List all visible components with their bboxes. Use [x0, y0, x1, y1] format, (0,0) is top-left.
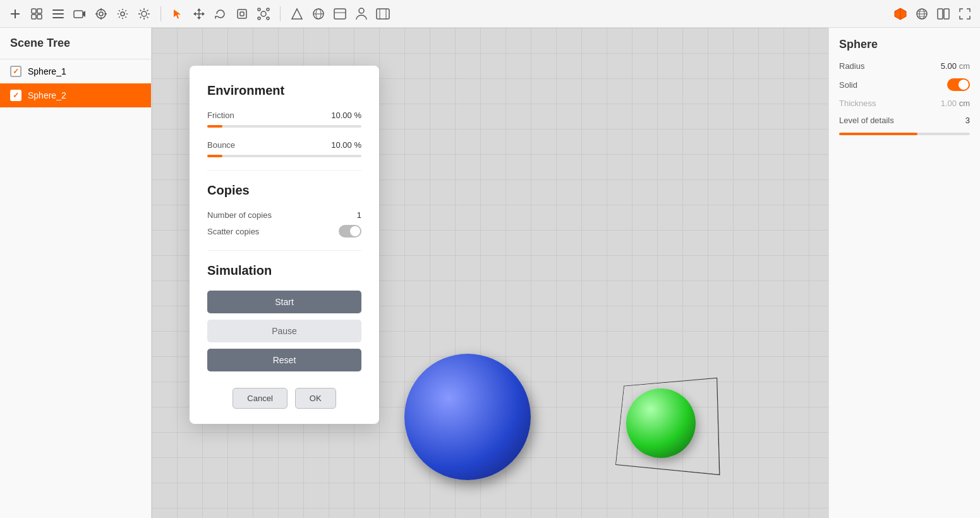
svg-point-39	[267, 17, 269, 20]
bounce-slider-track[interactable]	[207, 155, 361, 157]
separator-1	[207, 170, 361, 171]
green-sphere	[626, 388, 696, 458]
add-icon[interactable]	[6, 5, 24, 23]
bounce-slider-fill	[207, 155, 222, 157]
scene-tree-title: Scene Tree	[0, 28, 151, 59]
friction-value: 10.00 %	[331, 111, 361, 120]
green-sphere-container[interactable]	[614, 379, 715, 467]
move-tool-icon[interactable]	[190, 5, 208, 23]
svg-point-37	[267, 8, 269, 11]
copies-title: Copies	[207, 183, 361, 198]
svg-point-36	[258, 8, 260, 11]
sphere-view-icon[interactable]	[310, 5, 327, 23]
svg-rect-34	[240, 12, 244, 16]
svg-rect-44	[334, 9, 346, 19]
camera-icon[interactable]	[71, 5, 88, 23]
menu-icon[interactable]	[49, 5, 67, 23]
material-icon[interactable]	[331, 5, 349, 23]
svg-rect-1	[11, 13, 20, 15]
scene-item-sphere2[interactable]: Sphere_2	[0, 83, 151, 107]
lod-label: Level of details	[839, 116, 894, 125]
thickness-row: Thickness 1.00 cm	[839, 99, 970, 108]
select-tool-icon[interactable]	[169, 5, 186, 23]
sphere1-label: Sphere_1	[28, 66, 66, 76]
svg-rect-47	[377, 9, 389, 19]
radius-value: 5.00 cm	[941, 61, 970, 71]
lod-slider-fill	[839, 133, 917, 135]
svg-point-18	[142, 11, 147, 16]
settings-icon[interactable]	[114, 5, 131, 23]
pause-button[interactable]: Pause	[207, 320, 361, 342]
environment-dialog[interactable]: Environment Friction 10.00 % Bounce	[190, 66, 379, 424]
cancel-button[interactable]: Cancel	[233, 388, 287, 409]
radius-row: Radius 5.00 cm	[839, 61, 970, 71]
svg-marker-31	[193, 12, 196, 16]
simulation-title: Simulation	[207, 263, 361, 278]
bounce-row: Bounce 10.00 %	[207, 140, 361, 150]
friction-slider-track[interactable]	[207, 125, 361, 128]
ok-button[interactable]: OK	[295, 388, 336, 409]
copies-value: 1	[357, 210, 361, 220]
grid-icon[interactable]	[28, 5, 45, 23]
sphere1-checkbox[interactable]	[10, 66, 21, 77]
thickness-label: Thickness	[839, 99, 876, 108]
svg-rect-9	[74, 11, 83, 18]
bounce-value: 10.00 %	[331, 140, 361, 150]
rotate-tool-icon[interactable]	[212, 5, 229, 23]
svg-line-26	[140, 16, 142, 18]
radius-label: Radius	[839, 61, 864, 71]
lod-slider-row	[839, 133, 970, 135]
target-icon[interactable]	[92, 5, 110, 23]
toolbar-right-group	[892, 5, 974, 23]
svg-line-24	[147, 16, 148, 18]
film-icon[interactable]	[374, 5, 392, 23]
window-layout-icon[interactable]	[935, 5, 952, 23]
scatter-row: Scatter copies	[207, 225, 361, 238]
svg-rect-4	[32, 15, 36, 19]
separator-2	[207, 250, 361, 251]
svg-rect-6	[52, 9, 64, 11]
svg-marker-40	[292, 9, 302, 19]
dialog-footer: Cancel OK	[207, 388, 361, 409]
friction-slider-row	[207, 125, 361, 128]
blue-sphere[interactable]	[404, 354, 531, 480]
sun-icon[interactable]	[135, 5, 153, 23]
scale-tool-icon[interactable]	[233, 5, 251, 23]
friction-row: Friction 10.00 %	[207, 111, 361, 120]
lod-slider-track[interactable]	[839, 133, 970, 135]
scatter-toggle[interactable]	[339, 225, 361, 238]
svg-marker-29	[197, 8, 201, 11]
avatar-icon[interactable]	[353, 5, 370, 23]
expand-icon[interactable]	[956, 5, 974, 23]
start-button[interactable]: Start	[207, 291, 361, 313]
svg-line-23	[140, 9, 142, 11]
viewport[interactable]: Environment Friction 10.00 % Bounce	[152, 28, 828, 518]
transform-tool-icon[interactable]	[255, 5, 272, 23]
physics-icon[interactable]	[288, 5, 306, 23]
toolbar-left-group	[6, 5, 153, 23]
scene-item-sphere1[interactable]: Sphere_1	[0, 59, 151, 83]
environment-title: Environment	[207, 83, 361, 98]
cube-3d-icon[interactable]	[892, 5, 909, 23]
toolbar-divider-2	[280, 6, 281, 21]
svg-point-35	[261, 11, 266, 16]
friction-label: Friction	[207, 111, 234, 120]
svg-rect-3	[37, 9, 42, 13]
svg-rect-57	[938, 9, 943, 19]
svg-line-25	[147, 9, 148, 11]
svg-marker-32	[202, 12, 205, 16]
toolbar	[0, 0, 980, 28]
thickness-value: 1.00 cm	[941, 99, 970, 108]
svg-rect-58	[944, 9, 949, 19]
solid-toggle[interactable]	[947, 78, 970, 91]
sphere2-checkbox[interactable]	[10, 90, 21, 101]
svg-point-11	[97, 9, 106, 18]
reset-button[interactable]: Reset	[207, 349, 361, 371]
main-area: Scene Tree Sphere_1 Sphere_2	[0, 28, 980, 518]
globe-view-icon[interactable]	[913, 5, 931, 23]
svg-rect-5	[37, 15, 42, 19]
toolbar-right-center-group	[288, 5, 392, 23]
toolbar-center-group	[169, 5, 272, 23]
sidebar: Scene Tree Sphere_1 Sphere_2	[0, 28, 152, 518]
properties-title: Sphere	[839, 38, 970, 51]
